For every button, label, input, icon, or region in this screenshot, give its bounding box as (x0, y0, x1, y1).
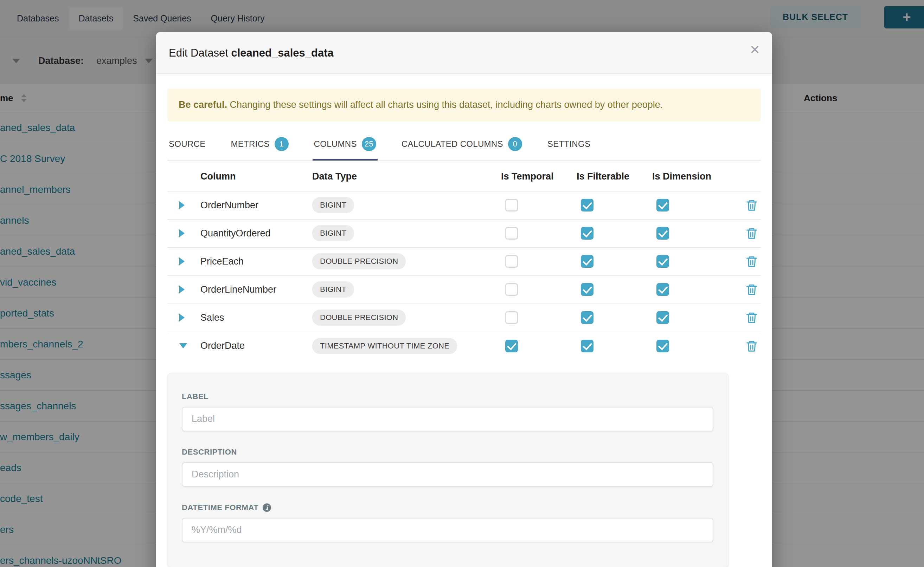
is-dimension-checkbox[interactable] (656, 199, 669, 212)
columns-table-body: OrderNumberBIGINTQuantityOrderedBIGINTPr… (167, 192, 761, 360)
is-dimension-checkbox[interactable] (656, 283, 669, 296)
label-input[interactable] (182, 407, 713, 431)
modal-header: Edit Dataset cleaned_sales_data ✕ (156, 32, 772, 74)
collapse-caret-icon[interactable] (179, 343, 187, 348)
delete-column-icon[interactable] (745, 311, 758, 324)
column-name: OrderNumber (200, 200, 312, 211)
tab-columns[interactable]: COLUMNS25 (313, 132, 378, 160)
columns-table-header: Column Data Type Is Temporal Is Filterab… (167, 162, 761, 192)
column-row-OrderDate: OrderDateTIMESTAMP WITHOUT TIME ZONE (167, 332, 761, 360)
expand-caret-icon[interactable] (179, 230, 185, 237)
data-type-pill: TIMESTAMP WITHOUT TIME ZONE (312, 338, 457, 354)
column-name: OrderLineNumber (200, 284, 312, 295)
expand-caret-icon[interactable] (179, 201, 185, 209)
column-row-OrderLineNumber: OrderLineNumberBIGINT (167, 276, 761, 304)
column-header-datatype: Data Type (312, 171, 501, 182)
data-type-pill: BIGINT (312, 225, 354, 242)
column-row-OrderNumber: OrderNumberBIGINT (167, 192, 761, 220)
columns-table: Column Data Type Is Temporal Is Filterab… (167, 162, 761, 360)
column-name: Sales (200, 312, 312, 323)
column-row-QuantityOrdered: QuantityOrderedBIGINT (167, 220, 761, 248)
column-row-PriceEach: PriceEachDOUBLE PRECISION (167, 248, 761, 276)
description-field-label: DESCRIPTION (182, 447, 714, 457)
edit-dataset-modal: Edit Dataset cleaned_sales_data ✕ Be car… (156, 32, 772, 567)
is-temporal-checkbox[interactable] (505, 311, 518, 324)
tab-count-badge: 0 (508, 137, 522, 151)
column-header-column: Column (200, 171, 312, 182)
expand-caret-icon[interactable] (179, 286, 185, 293)
tab-label: SOURCE (169, 139, 205, 149)
modal-tabs: SOURCEMETRICS1COLUMNS25CALCULATED COLUMN… (167, 132, 761, 160)
info-icon[interactable]: i (263, 503, 271, 512)
tab-count-badge: 1 (275, 137, 289, 151)
delete-column-icon[interactable] (745, 255, 758, 268)
delete-column-icon[interactable] (745, 340, 758, 352)
is-temporal-checkbox[interactable] (505, 255, 518, 268)
expand-caret-icon[interactable] (179, 314, 185, 321)
is-dimension-checkbox[interactable] (656, 340, 669, 352)
is-filterable-checkbox[interactable] (581, 311, 593, 324)
is-temporal-checkbox[interactable] (505, 340, 518, 352)
tab-calculated-columns[interactable]: CALCULATED COLUMNS0 (400, 132, 524, 160)
warning-text: Changing these settings will affect all … (227, 99, 663, 110)
tab-label: COLUMNS (314, 139, 357, 149)
column-header-filterable: Is Filterable (576, 171, 652, 182)
column-header-dimension: Is Dimension (652, 171, 733, 182)
tab-settings[interactable]: SETTINGS (546, 132, 592, 160)
is-filterable-checkbox[interactable] (581, 199, 593, 212)
delete-column-icon[interactable] (745, 227, 758, 240)
column-header-temporal: Is Temporal (501, 171, 576, 182)
tab-source[interactable]: SOURCE (167, 132, 207, 160)
label-field-label: LABEL (182, 392, 714, 401)
expand-caret-icon[interactable] (179, 258, 185, 265)
modal-title-dataset-name: cleaned_sales_data (231, 47, 333, 59)
is-dimension-checkbox[interactable] (656, 311, 669, 324)
warning-bold-text: Be careful. (179, 99, 227, 110)
modal-body: Be careful. Changing these settings will… (156, 88, 772, 567)
delete-column-icon[interactable] (745, 283, 758, 296)
is-dimension-checkbox[interactable] (656, 227, 669, 240)
datetime-format-input[interactable] (182, 518, 713, 542)
modal-title-prefix: Edit Dataset (169, 47, 231, 59)
is-filterable-checkbox[interactable] (581, 227, 593, 240)
column-name: PriceEach (200, 256, 312, 267)
data-type-pill: BIGINT (312, 281, 354, 297)
column-name: OrderDate (200, 340, 312, 351)
tab-label: METRICS (231, 139, 269, 149)
tab-label: SETTINGS (548, 139, 590, 149)
datetime-format-field-label: DATETIME FORMAT i (182, 503, 714, 512)
is-filterable-checkbox[interactable] (581, 283, 593, 296)
is-temporal-checkbox[interactable] (505, 227, 518, 240)
is-filterable-checkbox[interactable] (581, 255, 593, 268)
column-name: QuantityOrdered (200, 228, 312, 239)
description-input[interactable] (182, 462, 713, 487)
data-type-pill: DOUBLE PRECISION (312, 309, 406, 326)
tab-count-badge: 25 (362, 137, 376, 151)
data-type-pill: BIGINT (312, 197, 354, 213)
data-type-pill: DOUBLE PRECISION (312, 253, 406, 270)
column-detail-panel: LABEL DESCRIPTION DATETIME FORMAT i (167, 373, 728, 567)
close-icon[interactable]: ✕ (749, 44, 760, 56)
tab-label: CALCULATED COLUMNS (402, 139, 503, 149)
is-temporal-checkbox[interactable] (505, 283, 518, 296)
warning-banner: Be careful. Changing these settings will… (167, 88, 761, 122)
column-row-Sales: SalesDOUBLE PRECISION (167, 304, 761, 332)
is-temporal-checkbox[interactable] (505, 199, 518, 212)
delete-column-icon[interactable] (745, 199, 758, 212)
is-filterable-checkbox[interactable] (581, 340, 593, 352)
modal-title: Edit Dataset cleaned_sales_data (169, 47, 334, 59)
is-dimension-checkbox[interactable] (656, 255, 669, 268)
tab-metrics[interactable]: METRICS1 (229, 132, 290, 160)
